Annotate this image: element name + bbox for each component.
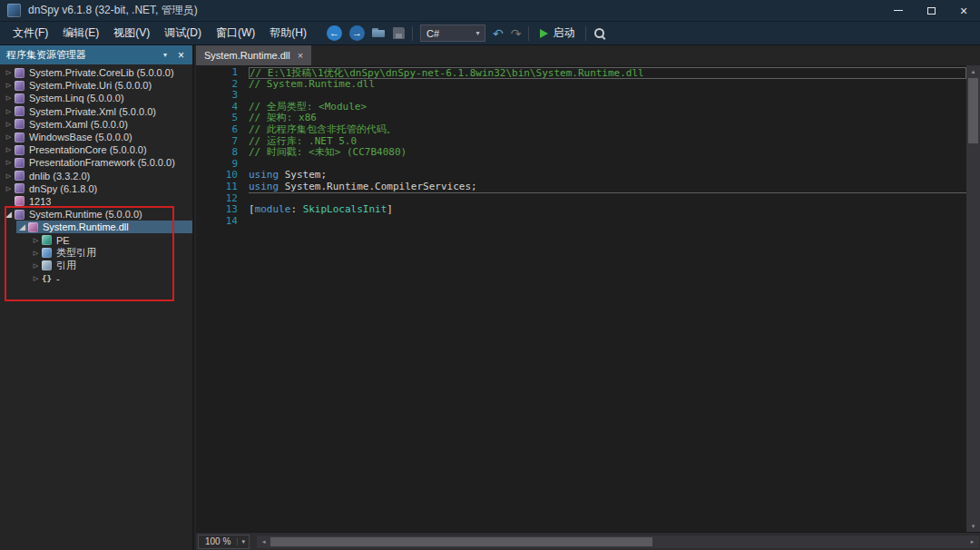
vertical-scrollbar-thumb[interactable] bbox=[968, 78, 978, 143]
tree-item[interactable]: ▷WindowsBase (5.0.0.0) bbox=[0, 131, 192, 143]
menu-item[interactable]: 文件(F) bbox=[5, 22, 55, 44]
expander-icon[interactable]: ▷ bbox=[3, 82, 15, 89]
tree-item[interactable]: ▷System.Private.CoreLib (5.0.0.0) bbox=[0, 66, 192, 79]
menu-item[interactable]: 编辑(E) bbox=[55, 22, 106, 44]
back-button[interactable]: ← bbox=[327, 25, 342, 41]
tree-item-content: ▷System.Private.Xml (5.0.0.0) bbox=[3, 105, 192, 118]
title-bar: dnSpy v6.1.8 (32-bit, .NET, 管理员) × bbox=[0, 0, 980, 22]
expander-icon[interactable]: ▷ bbox=[3, 146, 15, 153]
line-number: 8 bbox=[196, 147, 238, 159]
tree-item-label: WindowsBase (5.0.0.0) bbox=[29, 132, 132, 142]
expander-icon[interactable]: ▷ bbox=[30, 237, 42, 244]
tab-close-icon[interactable]: × bbox=[298, 51, 303, 61]
menu-item[interactable]: 调试(D) bbox=[157, 22, 209, 44]
tree-item[interactable]: 1213 bbox=[0, 195, 192, 208]
tree-item[interactable]: ▷System.Private.Xml (5.0.0.0) bbox=[0, 105, 192, 118]
tree-item-label: System.Private.Uri (5.0.0.0) bbox=[29, 80, 152, 91]
expander-icon[interactable]: ▷ bbox=[3, 94, 15, 102]
expander-icon[interactable]: ◢ bbox=[3, 210, 15, 219]
chevron-down-icon[interactable]: ▾ bbox=[157, 51, 173, 59]
tree-item-content: ▷dnSpy (6.1.8.0) bbox=[3, 182, 192, 195]
start-button[interactable]: 启动 bbox=[536, 24, 578, 43]
close-icon: × bbox=[960, 5, 967, 17]
expander-icon[interactable]: ▷ bbox=[3, 185, 15, 192]
menu-item[interactable]: 窗口(W) bbox=[209, 22, 262, 44]
tree-item-label: 1213 bbox=[29, 196, 51, 207]
open-folder-button[interactable] bbox=[372, 27, 386, 39]
tree-item-label: 引用 bbox=[56, 259, 76, 272]
forward-button[interactable]: → bbox=[349, 25, 365, 41]
expander-icon[interactable]: ▷ bbox=[30, 275, 42, 282]
zoom-select[interactable]: 100 % ▾ bbox=[198, 535, 250, 549]
tree-item-content: ◢System.Runtime (5.0.0.0) bbox=[3, 208, 192, 221]
pe-icon bbox=[42, 235, 52, 245]
tree-item-content: ▷PresentationFramework (5.0.0.0) bbox=[3, 156, 192, 169]
expander-icon[interactable]: ▷ bbox=[3, 121, 15, 128]
tree-item-label: - bbox=[56, 273, 60, 284]
close-button[interactable]: × bbox=[947, 0, 980, 21]
tree-item-label: System.Xaml (5.0.0.0) bbox=[29, 119, 128, 130]
redo-button[interactable]: ↷ bbox=[511, 27, 522, 40]
code-editor[interactable]: 1// E:\1投稿\1优化\dnSpy\dnSpy-net-6.1.8win3… bbox=[196, 65, 980, 532]
expander-icon[interactable]: ▷ bbox=[30, 262, 42, 270]
minimize-button[interactable] bbox=[882, 0, 915, 21]
line-number: 1 bbox=[196, 67, 238, 79]
tree-item[interactable]: ▷{}- bbox=[0, 272, 192, 285]
tree-item[interactable]: ▷类型引用 bbox=[0, 247, 192, 260]
module-icon bbox=[15, 196, 24, 206]
horizontal-scrollbar-track[interactable] bbox=[270, 535, 965, 548]
expander-icon[interactable]: ◢ bbox=[16, 222, 28, 231]
scroll-up-icon[interactable]: ▴ bbox=[966, 65, 980, 77]
save-all-button[interactable] bbox=[393, 27, 405, 39]
tree-item-content: ▷{}- bbox=[30, 272, 192, 285]
expander-icon[interactable]: ▷ bbox=[3, 108, 15, 115]
code-line: 11using System.Runtime.CompilerServices; bbox=[196, 182, 966, 193]
expander-icon[interactable]: ▷ bbox=[30, 250, 42, 257]
scroll-right-icon[interactable]: ▸ bbox=[965, 538, 979, 545]
tree-item[interactable]: ▷PE bbox=[0, 233, 192, 246]
tree-item[interactable]: ▷System.Private.Uri (5.0.0.0) bbox=[0, 79, 192, 92]
typeref-icon bbox=[42, 248, 52, 258]
tab-system-runtime-dll[interactable]: System.Runtime.dll × bbox=[196, 45, 311, 65]
tree-item-label: System.Linq (5.0.0.0) bbox=[29, 93, 124, 103]
panel-header[interactable]: 程序集资源管理器 ▾ × bbox=[0, 45, 192, 64]
tree-item-content: ▷System.Private.Uri (5.0.0.0) bbox=[3, 79, 192, 92]
menu-item[interactable]: 视图(V) bbox=[106, 22, 157, 44]
search-icon[interactable] bbox=[593, 27, 606, 40]
undo-button[interactable]: ↶ bbox=[493, 27, 504, 40]
panel-close-icon[interactable]: × bbox=[173, 50, 189, 61]
vertical-scrollbar[interactable]: ▴ ▾ bbox=[966, 65, 980, 532]
tree-item-content: ▷System.Private.CoreLib (5.0.0.0) bbox=[3, 66, 192, 79]
tree-item[interactable]: ▷dnlib (3.3.2.0) bbox=[0, 170, 192, 182]
tree-item[interactable]: ▷System.Linq (5.0.0.0) bbox=[0, 92, 192, 104]
expander-icon[interactable]: ▷ bbox=[3, 172, 15, 180]
scroll-left-icon[interactable]: ◂ bbox=[257, 538, 270, 545]
assembly-icon bbox=[15, 93, 24, 103]
menu-item[interactable]: 帮助(H) bbox=[262, 22, 314, 44]
expander-icon[interactable]: ▷ bbox=[3, 133, 15, 141]
horizontal-scrollbar-thumb[interactable] bbox=[270, 537, 652, 546]
expander-icon[interactable]: ▷ bbox=[3, 69, 15, 76]
tree-item-content: ▷引用 bbox=[30, 260, 192, 272]
assembly-icon bbox=[15, 158, 24, 168]
language-select[interactable]: C# ▾ bbox=[420, 25, 485, 42]
tree-item[interactable]: ▷System.Xaml (5.0.0.0) bbox=[0, 118, 192, 131]
assembly-icon bbox=[15, 183, 24, 193]
tab-label: System.Runtime.dll bbox=[204, 50, 290, 61]
code-line: 14 bbox=[196, 216, 966, 228]
tree-item[interactable]: ▷PresentationFramework (5.0.0.0) bbox=[0, 156, 192, 169]
editor-status-row: 100 % ▾ ◂ ▸ bbox=[196, 532, 980, 550]
tree-item[interactable]: ◢System.Runtime (5.0.0.0) bbox=[0, 208, 192, 221]
expander-icon[interactable]: ▷ bbox=[3, 159, 15, 166]
maximize-button[interactable] bbox=[915, 0, 947, 21]
tree-item[interactable]: ▷引用 bbox=[0, 260, 192, 272]
tree-item[interactable]: ▷dnSpy (6.1.8.0) bbox=[0, 182, 192, 195]
assembly-icon bbox=[15, 210, 24, 220]
assembly-tree[interactable]: ▷System.Private.CoreLib (5.0.0.0)▷System… bbox=[0, 64, 192, 550]
horizontal-scrollbar[interactable]: ◂ ▸ bbox=[257, 535, 979, 548]
toolbar-separator bbox=[412, 26, 413, 41]
tree-item[interactable]: ▷PresentationCore (5.0.0.0) bbox=[0, 143, 192, 156]
scroll-down-icon[interactable]: ▾ bbox=[966, 520, 980, 532]
tree-item[interactable]: ◢System.Runtime.dll bbox=[0, 221, 192, 233]
language-value: C# bbox=[421, 28, 471, 39]
